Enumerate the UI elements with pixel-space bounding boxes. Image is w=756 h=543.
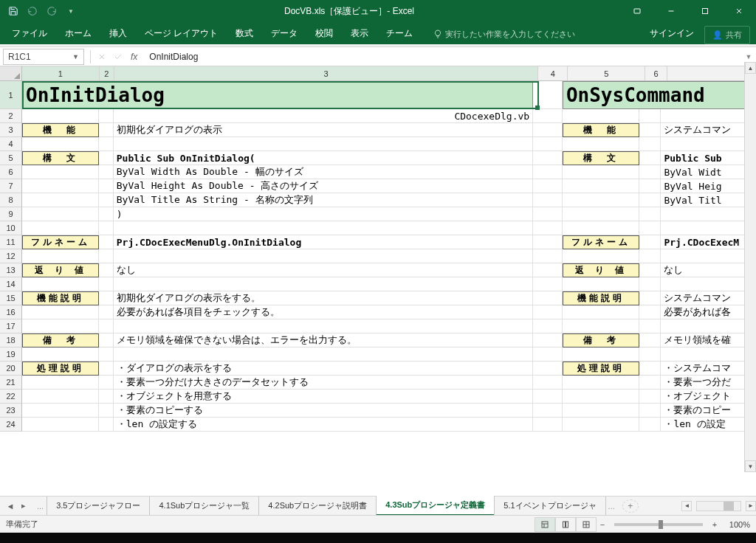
label-desc-right[interactable]: 機能説明 — [563, 291, 639, 305]
maximize-button[interactable] — [688, 0, 722, 22]
tab-pagelayout[interactable]: ページ レイアウト — [136, 23, 227, 44]
label-remarks-left[interactable]: 備 考 — [22, 333, 99, 347]
cell-source-file[interactable]: CDocexeDlg.vb — [114, 109, 533, 123]
row-header[interactable]: 23 — [0, 404, 22, 418]
save-icon[interactable] — [6, 4, 21, 18]
row-header[interactable]: 3 — [0, 123, 22, 137]
name-box[interactable]: R1C1 ▼ — [3, 49, 84, 65]
col-header-5[interactable]: 5 — [568, 66, 645, 80]
cell-function[interactable]: 初期化ダイアログの表示 — [114, 123, 533, 137]
sheet-nav-prev-icon[interactable]: ▸ — [18, 500, 30, 512]
col-header-1[interactable]: 1 — [22, 66, 100, 80]
row-header[interactable]: 15 — [0, 291, 22, 305]
hscroll-left-icon[interactable]: ◄ — [681, 501, 692, 511]
sheet-tab[interactable]: 5.1イベントプロシージャ — [494, 497, 605, 516]
sheet-nav-first-icon[interactable]: ◄ — [4, 500, 16, 512]
label-syntax-right[interactable]: 構 文 — [563, 151, 639, 165]
label-return-right[interactable]: 返 り 値 — [563, 263, 639, 277]
close-button[interactable] — [722, 0, 756, 22]
sheet-tab[interactable]: 4.2Subプロシージャ説明書 — [258, 497, 377, 516]
tab-team[interactable]: チーム — [377, 23, 422, 44]
sheet-tabs-ellipsis[interactable]: ... — [34, 502, 47, 511]
zoom-out-button[interactable]: − — [597, 520, 608, 529]
row-header[interactable]: 5 — [0, 151, 22, 165]
sheet-tab[interactable]: 3.5プロシージャフロー — [47, 497, 150, 516]
col-header-6[interactable]: 6 — [645, 66, 667, 80]
zoom-slider[interactable] — [614, 523, 703, 526]
qat-dropdown-icon[interactable]: ▼ — [63, 4, 78, 18]
zoom-in-button[interactable]: + — [709, 520, 721, 529]
vscroll-track[interactable] — [745, 74, 756, 460]
share-button[interactable]: 👤共有 — [704, 26, 750, 44]
tab-review[interactable]: 校閲 — [306, 23, 342, 44]
select-all-corner[interactable] — [0, 66, 22, 80]
add-sheet-button[interactable]: + — [622, 499, 639, 513]
col-header-3[interactable]: 3 — [114, 66, 538, 80]
row-header[interactable]: 8 — [0, 193, 22, 207]
zoom-percent[interactable]: 100% — [721, 520, 750, 529]
tab-data[interactable]: データ — [262, 23, 306, 44]
label-function-right[interactable]: 機 能 — [563, 123, 639, 137]
row-header[interactable]: 22 — [0, 390, 22, 404]
row-header[interactable]: 14 — [0, 277, 22, 291]
formula-bar-expand-icon[interactable]: ▼ — [741, 53, 756, 60]
view-pagebreak-button[interactable] — [576, 517, 597, 532]
col-header-2[interactable]: 2 — [100, 66, 114, 80]
row-header[interactable]: 24 — [0, 418, 22, 432]
grid-area[interactable]: 1 2 3 4 5 6 7 8 9 10 11 12 13 14 15 16 1… — [0, 81, 756, 491]
row-header[interactable]: 4 — [0, 137, 22, 151]
row-header[interactable]: 11 — [0, 235, 22, 249]
row-header[interactable]: 7 — [0, 179, 22, 193]
row-header[interactable]: 19 — [0, 347, 22, 362]
cell-title-right[interactable]: OnSysCommand — [563, 81, 756, 109]
cancel-formula-icon[interactable] — [94, 49, 110, 65]
hscroll-right-icon[interactable]: ► — [746, 501, 756, 511]
scroll-down-icon[interactable]: ▼ — [745, 460, 756, 472]
name-box-dropdown-icon[interactable]: ▼ — [72, 53, 79, 60]
zoom-slider-thumb[interactable] — [659, 520, 663, 529]
formula-input[interactable]: OnInitDialog — [142, 52, 741, 62]
cell-title-left[interactable]: OnInitDialog — [22, 81, 533, 109]
row-header[interactable]: 6 — [0, 165, 22, 179]
col-header-spill[interactable] — [667, 66, 756, 80]
view-pagelayout-button[interactable] — [555, 517, 576, 532]
label-process-left[interactable]: 処理説明 — [22, 362, 99, 376]
label-remarks-right[interactable]: 備 考 — [563, 333, 639, 347]
fx-label[interactable]: fx — [126, 52, 142, 62]
redo-icon[interactable] — [44, 4, 59, 18]
horizontal-scrollbar[interactable] — [696, 501, 741, 511]
signin-link[interactable]: サインイン — [639, 23, 704, 44]
label-desc-left[interactable]: 機能説明 — [22, 291, 99, 305]
minimize-button[interactable] — [654, 0, 688, 22]
view-normal-button[interactable] — [535, 517, 555, 532]
label-return-left[interactable]: 返 り 値 — [22, 263, 99, 277]
row-header[interactable]: 21 — [0, 376, 22, 390]
row-header[interactable]: 17 — [0, 319, 22, 333]
tab-view[interactable]: 表示 — [342, 23, 377, 44]
label-fullname-left[interactable]: フルネーム — [22, 235, 99, 249]
row-header[interactable]: 2 — [0, 109, 22, 123]
label-function-left[interactable]: 機 能 — [22, 123, 99, 137]
tab-insert[interactable]: 挿入 — [100, 23, 136, 44]
vertical-scrollbar[interactable]: ▲ ▼ — [744, 62, 756, 472]
row-header[interactable]: 20 — [0, 362, 22, 376]
row-header[interactable]: 18 — [0, 333, 22, 347]
row-header[interactable]: 12 — [0, 249, 22, 263]
row-header[interactable]: 13 — [0, 263, 22, 277]
label-fullname-right[interactable]: フルネーム — [563, 235, 639, 249]
tab-file[interactable]: ファイル — [3, 23, 56, 44]
undo-icon[interactable] — [25, 4, 40, 18]
tab-home[interactable]: ホーム — [56, 23, 100, 44]
sheet-tabs-ellipsis[interactable]: ... — [605, 502, 618, 511]
row-header[interactable]: 1 — [0, 81, 22, 109]
hscroll-thumb[interactable] — [724, 502, 735, 511]
tab-formulas[interactable]: 数式 — [227, 23, 262, 44]
tell-me-search[interactable]: 実行したい作業を入力してください — [427, 24, 639, 44]
sheet-tab-active[interactable]: 4.3Subプロシージャ定義書 — [376, 496, 495, 516]
row-header[interactable]: 9 — [0, 207, 22, 221]
sheet-tab[interactable]: 4.1Subプロシージャ一覧 — [149, 497, 259, 516]
scroll-up-icon[interactable]: ▲ — [745, 62, 756, 74]
label-process-right[interactable]: 処理説明 — [563, 362, 639, 376]
enter-formula-icon[interactable] — [110, 49, 126, 65]
label-syntax-left[interactable]: 構 文 — [22, 151, 99, 165]
